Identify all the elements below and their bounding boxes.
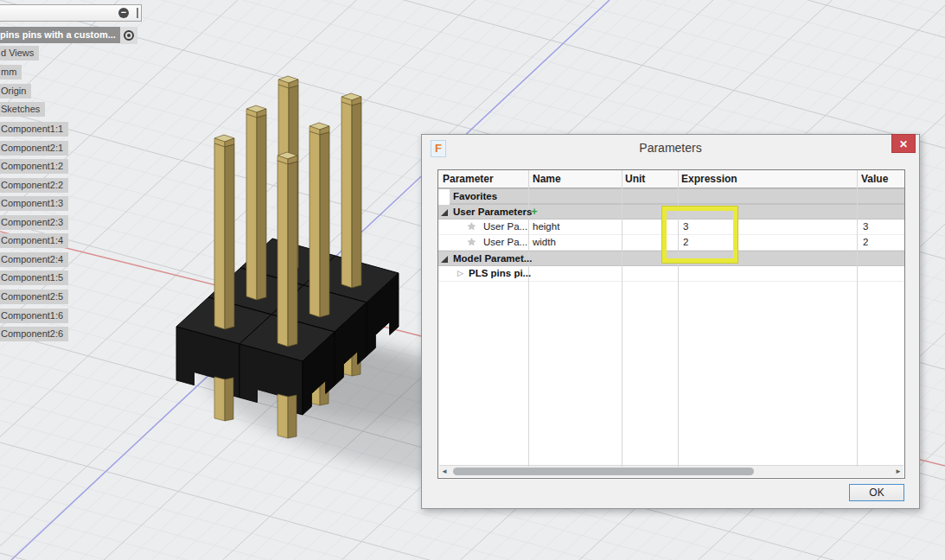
column-separator (622, 170, 623, 467)
browser-component-item[interactable]: Component1:2 (0, 159, 68, 174)
favorites-gutter (438, 189, 450, 205)
pin-body (257, 115, 266, 300)
row-pls-component[interactable]: ▷ PLS pins pi... (438, 266, 904, 282)
close-icon: ✕ (899, 138, 908, 150)
collapse-glyph: − (121, 7, 126, 17)
browser-component-item[interactable]: Component1:1 (0, 122, 68, 137)
pin-tail (225, 378, 233, 421)
pin-body (352, 103, 361, 288)
highlight-box (662, 207, 737, 263)
browser-component-item[interactable]: Component2:2 (0, 178, 68, 193)
pls-label: PLS pins pi... (469, 266, 531, 282)
visibility-radio-icon[interactable] (120, 27, 137, 44)
browser-folder-item[interactable]: mm (0, 65, 22, 80)
fusion-app-window: − pins pins with a custom... d ViewsmmOr… (0, 0, 945, 560)
pin-body (225, 144, 234, 329)
browser-folder-item[interactable]: Sketches (0, 102, 45, 117)
browser-component-item[interactable]: Component2:6 (0, 327, 68, 341)
param-name-cell[interactable]: height (533, 220, 559, 235)
expand-triangle-icon[interactable] (441, 209, 448, 216)
add-parameter-icon[interactable]: + (531, 206, 537, 218)
browser-panel-grip[interactable] (137, 8, 138, 18)
fusion-app-icon: F (431, 140, 446, 157)
browser-header-bar[interactable]: − (0, 4, 142, 22)
expand-triangle-icon[interactable] (441, 256, 448, 263)
browser-root-node[interactable]: pins pins with a custom... (0, 27, 121, 43)
favorites-label: Favorites (453, 189, 497, 205)
ok-label: OK (869, 487, 884, 499)
col-expression[interactable]: Expression (681, 170, 737, 188)
browser-root-label: pins pins with a custom... (0, 29, 116, 40)
browser-component-item[interactable]: Component2:4 (0, 252, 68, 267)
param-name-cell[interactable]: width (533, 235, 556, 251)
row-favorites[interactable]: Favorites (438, 188, 904, 204)
favorite-star-icon[interactable]: ★ (467, 235, 476, 251)
browser-component-item[interactable]: Component1:5 (0, 270, 68, 285)
parameters-dialog: Parameters F ✕ Parameter Name Unit Expre… (421, 134, 920, 509)
pin-tail (278, 394, 288, 438)
dialog-title: Parameters (639, 141, 701, 155)
col-parameter[interactable]: Parameter (443, 170, 494, 188)
browser-collapse-icon[interactable]: − (118, 8, 129, 18)
horizontal-scrollbar[interactable]: ◄ ► (439, 465, 903, 477)
pin-body (214, 143, 225, 329)
param-value-cell: 2 (863, 235, 868, 251)
fusion-icon-letter: F (435, 142, 442, 155)
pin-body (310, 131, 320, 317)
browser-folder-item[interactable]: d Views (0, 46, 39, 60)
favorite-star-icon[interactable]: ★ (467, 220, 476, 235)
collapsed-triangle-icon[interactable]: ▷ (457, 266, 463, 282)
browser-component-item[interactable]: Component2:1 (0, 141, 68, 156)
pin-tail (214, 377, 225, 421)
param-type-cell: User Pa... (483, 220, 527, 235)
scrollbar-thumb[interactable] (453, 468, 754, 475)
user-parameters-text: User Parameters (453, 207, 532, 217)
close-button[interactable]: ✕ (891, 134, 916, 153)
col-name[interactable]: Name (533, 170, 561, 188)
visibility-dot (127, 34, 131, 37)
user-parameters-label: User Parameters+ (453, 205, 537, 220)
pin-body (288, 162, 297, 347)
browser-folder-item[interactable]: Origin (0, 84, 31, 99)
scroll-right-icon[interactable]: ► (893, 466, 903, 476)
pin-body (246, 114, 257, 300)
ok-button[interactable]: OK (849, 484, 904, 501)
browser-component-item[interactable]: Component1:6 (0, 309, 68, 323)
col-value[interactable]: Value (861, 170, 888, 188)
col-unit[interactable]: Unit (625, 170, 645, 188)
scroll-left-icon[interactable]: ◄ (439, 466, 450, 476)
pin-body (320, 132, 329, 317)
browser-component-item[interactable]: Component1:3 (0, 196, 68, 211)
browser-component-item[interactable]: Component2:3 (0, 215, 68, 230)
model-parameters-label: Model Paramet... (453, 251, 532, 267)
pin-body (278, 161, 288, 347)
column-separator (857, 170, 858, 467)
pin-body (342, 102, 352, 288)
dialog-title-bar[interactable]: Parameters (422, 135, 919, 161)
browser-component-item[interactable]: Component1:4 (0, 233, 68, 248)
pin-tail (288, 395, 297, 438)
param-type-cell: User Pa... (483, 235, 527, 251)
browser-component-item[interactable]: Component2:5 (0, 290, 68, 304)
table-header: Parameter Name Unit Expression Value (438, 170, 904, 188)
param-value-cell: 3 (863, 220, 868, 235)
